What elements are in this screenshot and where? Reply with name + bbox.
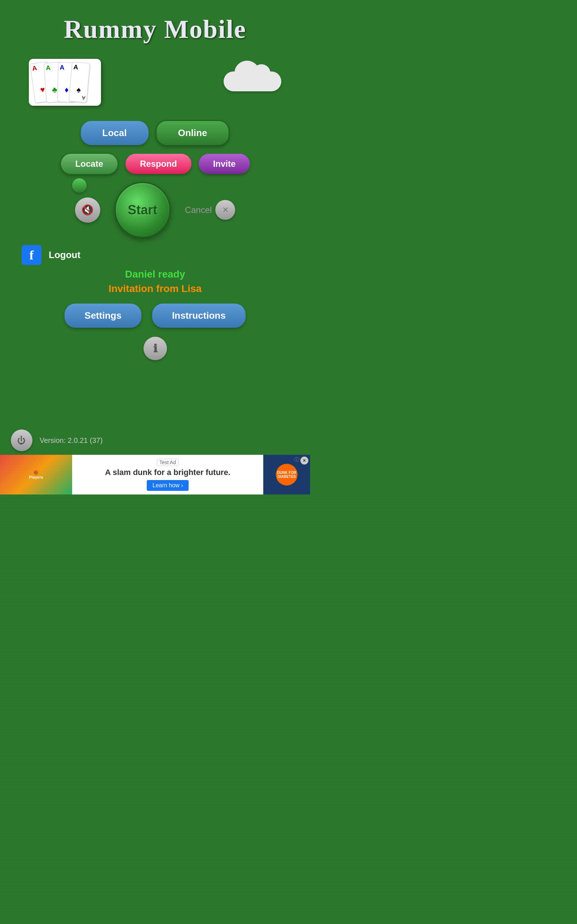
online-button[interactable]: Online [156,120,230,146]
cancel-button[interactable]: ✕ [215,200,235,220]
start-button[interactable]: Start [115,182,171,238]
cancel-label: Cancel [185,205,212,215]
info-section: ℹ [0,337,310,360]
settings-button[interactable]: Settings [64,304,141,328]
ad-test-label: Test Ad [157,459,179,466]
ad-content: Test Ad A slam dunk for a brighter futur… [72,455,263,494]
card-letter-1: A [32,65,37,72]
ad-info-icon[interactable]: ⓘ [294,457,299,463]
card-suit-2: ♣ [52,85,57,95]
ad-image: 🏀Players [0,455,72,494]
card-letter-3: A [60,64,64,71]
card-4: A ♠ A [69,62,90,103]
card-suit-3: ♦ [64,85,69,95]
invite-button[interactable]: Invite [199,154,250,174]
small-dot-decoration [72,178,87,193]
logout-button[interactable]: Logout [49,249,81,261]
locate-button[interactable]: Locate [60,153,118,175]
cloud-decoration [224,63,281,91]
action-buttons-row: Settings Instructions [0,304,310,328]
bottom-section: ⏻ Version: 2.0.21 (37) [11,430,103,451]
respond-button[interactable]: Respond [126,154,192,174]
invitation-status: Invitation from Lisa [0,283,310,294]
card-letter-4: A [73,63,79,70]
facebook-icon[interactable]: f [22,245,42,265]
card-suit-4: ♠ [76,85,81,95]
cards-area: A ♥ A A ♣ A A ♦ A A ♠ A [0,44,310,113]
cards-image: A ♥ A A ♣ A A ♦ A A ♠ A [29,59,101,106]
ad-logo: DUNK FOR DIABETES [276,471,298,478]
ad-banner: 🏀Players Test Ad A slam dunk for a brigh… [0,455,310,494]
player-ready-status: Daniel ready [0,268,310,280]
cloud-shape [224,71,281,91]
secondary-mode-row: Locate Respond Invite [60,153,250,175]
card-suit-bottom-4: A [82,95,85,101]
mute-button[interactable]: 🔇 [75,197,100,223]
status-section: Daniel ready Invitation from Lisa [0,268,310,294]
start-cancel-area: 🔇 Start Cancel ✕ [0,182,310,238]
ad-text: A slam dunk for a brighter future. [105,468,230,477]
primary-mode-row: Local Online [81,120,230,146]
ad-close-button[interactable]: ✕ [300,457,308,465]
ad-learn-more-button[interactable]: Learn how › [147,480,189,491]
instructions-button[interactable]: Instructions [152,304,246,328]
version-label: Version: 2.0.21 (37) [40,436,103,445]
app-title: Rummy Mobile [0,0,310,44]
card-letter-2: A [46,65,51,71]
power-button[interactable]: ⏻ [11,430,32,451]
local-button[interactable]: Local [81,121,148,145]
mode-buttons-section: Local Online Locate Respond Invite [0,120,310,175]
info-button[interactable]: ℹ [143,337,167,360]
facebook-row: f Logout [0,245,310,265]
card-suit-1: ♥ [40,85,46,95]
cancel-area: Cancel ✕ [185,200,235,220]
